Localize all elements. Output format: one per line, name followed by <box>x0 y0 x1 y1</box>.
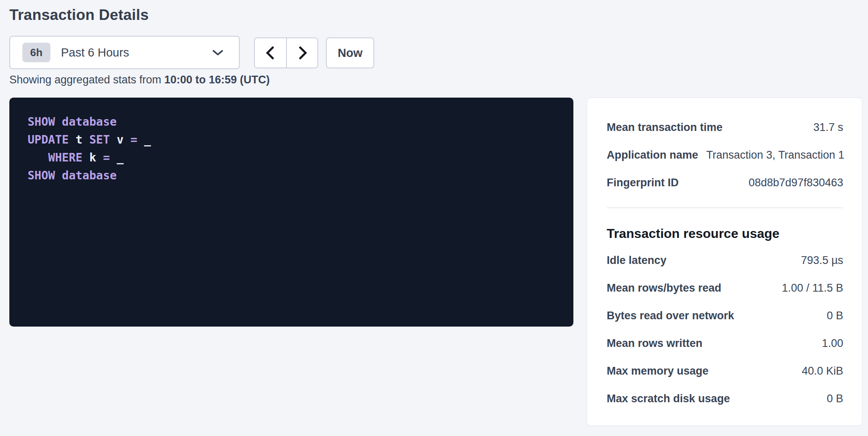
sql-token: = <box>130 133 137 146</box>
sql-token: SHOW database <box>28 115 117 129</box>
next-time-range-button[interactable] <box>286 38 317 68</box>
stat-label: Fingerprint ID <box>607 177 687 189</box>
sql-token: _ <box>110 151 124 164</box>
stat-label: Max scratch disk usage <box>607 392 738 405</box>
stat-value: 793.5 µs <box>801 254 843 267</box>
aggregation-interval-prefix: Showing aggregated stats from <box>9 74 164 86</box>
now-button[interactable]: Now <box>326 37 374 68</box>
sql-line: UPDATE t SET v = _ <box>28 131 555 149</box>
chevron-left-icon <box>264 46 278 60</box>
resource-row: Idle latency793.5 µs <box>607 246 843 274</box>
page-title: Transaction Details <box>9 6 862 24</box>
main-content: SHOW databaseUPDATE t SET v = _ WHERE k … <box>9 98 862 426</box>
transaction-details-page: Transaction Details 6h Past 6 Hours Now … <box>0 0 868 426</box>
stat-value: 08d8b7d97f830463 <box>749 177 843 189</box>
sql-token: = <box>103 151 110 164</box>
summary-rows: Mean transaction time31.7 sApplication n… <box>607 113 843 196</box>
previous-time-range-button[interactable] <box>255 38 286 68</box>
stat-value: 1.00 <box>822 337 843 350</box>
summary-row: Fingerprint ID08d8b7d97f830463 <box>607 169 843 196</box>
stat-label: Mean rows/bytes read <box>607 282 729 294</box>
resource-rows: Idle latency793.5 µsMean rows/bytes read… <box>607 246 843 412</box>
time-step-buttons <box>254 37 318 68</box>
time-range-dropdown[interactable]: 6h Past 6 Hours <box>9 36 240 69</box>
sql-token: SHOW database <box>28 169 117 182</box>
time-controls: 6h Past 6 Hours Now <box>9 36 862 69</box>
resource-row: Mean rows written1.00 <box>607 329 843 357</box>
resource-row: Max scratch disk usage0 B <box>607 385 843 412</box>
stat-label: Mean transaction time <box>607 121 731 134</box>
sql-token <box>28 151 48 164</box>
stat-label: Application name <box>607 149 706 161</box>
stat-label: Bytes read over network <box>607 310 742 322</box>
sql-line: WHERE k = _ <box>28 149 555 167</box>
stat-label: Idle latency <box>607 254 675 267</box>
resource-row: Mean rows/bytes read1.00 / 11.5 B <box>607 274 843 302</box>
resource-row: Max memory usage40.0 KiB <box>607 357 843 385</box>
sql-token: SET <box>89 133 110 146</box>
stat-label: Max memory usage <box>607 365 717 377</box>
sql-token: _ <box>137 133 151 146</box>
chevron-right-icon <box>295 46 309 60</box>
time-range-label: Past 6 Hours <box>61 46 211 59</box>
stat-value: 0 B <box>827 310 843 322</box>
transaction-summary-card: Mean transaction time31.7 sApplication n… <box>587 98 862 426</box>
sql-code: SHOW databaseUPDATE t SET v = _ WHERE k … <box>28 113 555 185</box>
sql-token: k <box>82 151 103 164</box>
sql-token: t <box>69 133 89 146</box>
sql-token: UPDATE <box>28 133 69 146</box>
summary-row: Application nameTransaction 3, Transacti… <box>607 141 843 169</box>
sql-token: WHERE <box>48 151 82 164</box>
stat-label: Mean rows written <box>607 337 711 350</box>
resource-row: Bytes read over network0 B <box>607 302 843 329</box>
summary-row: Mean transaction time31.7 s <box>607 113 843 141</box>
stat-value: 31.7 s <box>813 121 843 134</box>
aggregation-interval-text: Showing aggregated stats from 10:00 to 1… <box>9 73 862 87</box>
sql-line: SHOW database <box>28 113 555 131</box>
stat-value: 40.0 KiB <box>802 365 843 377</box>
sql-statement-box: SHOW databaseUPDATE t SET v = _ WHERE k … <box>9 98 573 327</box>
chevron-down-icon <box>211 48 224 57</box>
stat-value: 0 B <box>827 392 843 405</box>
aggregation-interval-range: 10:00 to 16:59 (UTC) <box>164 74 270 86</box>
card-divider <box>607 207 843 208</box>
stat-value: 1.00 / 11.5 B <box>782 282 843 294</box>
time-range-badge: 6h <box>22 43 50 62</box>
resource-usage-heading: Transaction resource usage <box>607 225 843 242</box>
stat-value: Transaction 3, Transaction 1 <box>706 149 844 161</box>
sql-token: v <box>110 133 130 146</box>
sql-line: SHOW database <box>28 167 555 185</box>
